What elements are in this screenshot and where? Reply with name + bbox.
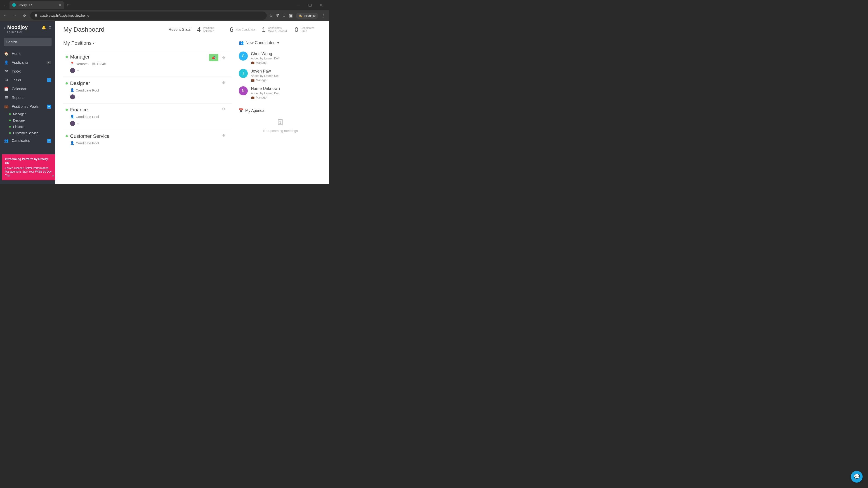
extensions-icon[interactable]: ⧩ xyxy=(276,13,279,18)
tabs-dropdown-icon[interactable]: ⌄ xyxy=(2,2,8,8)
avatar[interactable] xyxy=(70,68,75,73)
window-controls: — ▢ ✕ xyxy=(295,2,327,8)
candidate-avatar: C xyxy=(239,52,248,61)
position-settings-icon[interactable]: ⚙ xyxy=(222,133,225,138)
avatar[interactable] xyxy=(70,121,75,126)
add-member-button[interactable]: + xyxy=(77,121,79,125)
briefcase-icon: 💼 xyxy=(251,61,254,64)
candidate-item[interactable]: N Name Unknown Added by Lauren Deli 💼Man… xyxy=(239,84,322,101)
status-dot-icon xyxy=(9,120,11,121)
sidebar-item-candidates[interactable]: 👥 Candidates + xyxy=(0,136,55,145)
position-subitem[interactable]: Customer Service xyxy=(0,130,55,136)
maximize-button[interactable]: ▢ xyxy=(307,2,313,8)
sidebar-item-home[interactable]: 🏠 Home xyxy=(0,49,55,58)
stat-label: Candidates Moved Forward xyxy=(268,26,288,33)
position-subitem[interactable]: Designer xyxy=(0,117,55,124)
bookmark-icon[interactable]: ☆ xyxy=(269,13,273,18)
megaphone-icon: 📣 xyxy=(211,56,216,60)
sidebar-item-inbox[interactable]: ✉ Inbox xyxy=(0,67,55,76)
new-candidates-dropdown[interactable]: 👥 New Candidates ▾ xyxy=(239,40,322,45)
promote-button[interactable]: 📣 xyxy=(209,54,218,61)
candidate-added-by: Added by Lauren Deli xyxy=(251,74,322,77)
add-candidate-button[interactable]: + xyxy=(47,139,51,143)
position-card[interactable]: Finance ⚙ 👤 Candidate Pool + xyxy=(63,103,232,130)
address-bar[interactable]: ☰ app.breezy.hr/app/c/moodjoy/home xyxy=(30,11,267,20)
downloads-icon[interactable]: ⤓ xyxy=(282,13,286,18)
collapse-sidebar-icon[interactable]: ‹ xyxy=(4,25,5,30)
current-user-name: Lauren Deli xyxy=(7,30,41,34)
sidebar-item-reports[interactable]: ☰ Reports xyxy=(0,93,55,102)
position-settings-icon[interactable]: ⚙ xyxy=(222,80,225,85)
sidebar-header: ‹ Moodjoy Lauren Deli 🔔 ⚙ xyxy=(0,21,55,36)
browser-tab[interactable]: Breezy HR × xyxy=(9,1,64,9)
pool-text: Candidate Pool xyxy=(76,88,99,92)
position-subitem[interactable]: Finance xyxy=(0,124,55,130)
position-card[interactable]: Manager 📣 ⚙ 📍 Remote xyxy=(63,51,232,77)
position-title: Customer Service xyxy=(70,133,110,139)
stats-label: Recent Stats xyxy=(168,27,191,32)
position-settings-icon[interactable]: ⚙ xyxy=(222,107,225,111)
sidebar-search xyxy=(4,38,52,46)
tab-bar: ⌄ Breezy HR × + — ▢ ✕ xyxy=(0,0,329,10)
close-window-button[interactable]: ✕ xyxy=(318,2,324,8)
back-button[interactable]: ← xyxy=(2,12,9,19)
sidebar-item-calendar[interactable]: 📅 Calendar xyxy=(0,85,55,93)
position-pool: 👤 Candidate Pool xyxy=(70,88,99,92)
stat-value: 6 xyxy=(230,26,234,33)
position-card[interactable]: Customer Service ⚙ 👤 Candidate Pool xyxy=(63,130,232,149)
reader-icon[interactable]: ▣ xyxy=(289,13,293,18)
position-actions: 📣 ⚙ xyxy=(209,54,225,61)
position-subitem[interactable]: Manager xyxy=(0,111,55,117)
position-meta: 📍 Remote ▦ 12345 xyxy=(70,62,230,66)
candidate-item[interactable]: C Chris Wong Added by Lauren Deli 💼Manag… xyxy=(239,49,322,67)
chevron-down-icon[interactable]: ▾ xyxy=(52,174,54,178)
status-dot-icon xyxy=(66,56,68,58)
position-location: 📍 Remote xyxy=(70,62,88,66)
add-member-button[interactable]: + xyxy=(77,68,79,72)
stat-value: 1 xyxy=(262,26,266,33)
search-input[interactable] xyxy=(4,38,52,46)
stat-hired: 0 Candidates Hired xyxy=(294,26,321,33)
promo-banner[interactable]: Introducing Perform by Breezy HR Easier,… xyxy=(2,154,55,180)
incognito-badge[interactable]: 🕵 Incognito xyxy=(296,13,318,19)
url-bar: ← → ⟳ ☰ app.breezy.hr/app/c/moodjoy/home… xyxy=(0,10,329,21)
new-tab-button[interactable]: + xyxy=(65,2,71,8)
forward-button[interactable]: → xyxy=(11,12,19,19)
person-icon: 👤 xyxy=(4,60,8,65)
position-settings-icon[interactable]: ⚙ xyxy=(222,56,225,60)
position-req: ▦ 12345 xyxy=(92,62,106,66)
candidate-position: 💼Manager xyxy=(251,78,322,82)
sidebar-item-applicants[interactable]: 👤 Applicants 4 xyxy=(0,58,55,67)
position-members: + xyxy=(70,94,230,99)
site-info-icon[interactable]: ☰ xyxy=(33,13,38,18)
status-dot-icon xyxy=(66,109,68,111)
minimize-button[interactable]: — xyxy=(295,2,302,8)
grid-icon: ▦ xyxy=(92,62,95,66)
position-card[interactable]: Designer ⚙ 👤 Candidate Pool + xyxy=(63,77,232,103)
position-title: Finance xyxy=(70,107,88,113)
avatar[interactable] xyxy=(70,94,75,99)
add-position-button[interactable]: + xyxy=(47,105,51,109)
positions-dropdown[interactable]: My Positions ▾ xyxy=(63,40,232,46)
person-circle-icon: 👤 xyxy=(70,88,74,92)
sidebar-item-tasks[interactable]: ☑ Tasks + xyxy=(0,76,55,85)
candidates-list: C Chris Wong Added by Lauren Deli 💼Manag… xyxy=(239,49,322,101)
browser-menu-icon[interactable]: ⋮ xyxy=(321,13,326,18)
candidate-avatar: J xyxy=(239,69,248,78)
reload-button[interactable]: ⟳ xyxy=(21,12,28,19)
company-block[interactable]: Moodjoy Lauren Deli xyxy=(7,24,41,34)
settings-gear-icon[interactable]: ⚙ xyxy=(49,25,52,30)
candidate-item[interactable]: J Joven Paw Added by Lauren Deli 💼Manage… xyxy=(239,67,322,84)
status-dot-icon xyxy=(9,113,11,115)
add-member-button[interactable]: + xyxy=(77,95,79,99)
position-members: + xyxy=(70,121,230,126)
notifications-icon[interactable]: 🔔 xyxy=(41,25,46,30)
position-header: Finance xyxy=(66,107,230,113)
candidate-added-by: Added by Lauren Deli xyxy=(251,57,322,60)
person-circle-icon: 👤 xyxy=(70,115,74,119)
close-tab-icon[interactable]: × xyxy=(59,3,61,7)
position-actions: ⚙ xyxy=(222,107,225,111)
sidebar-item-positions[interactable]: 💼 Positions / Pools + xyxy=(0,102,55,111)
status-dot-icon xyxy=(66,135,68,137)
add-task-button[interactable]: + xyxy=(47,78,51,82)
